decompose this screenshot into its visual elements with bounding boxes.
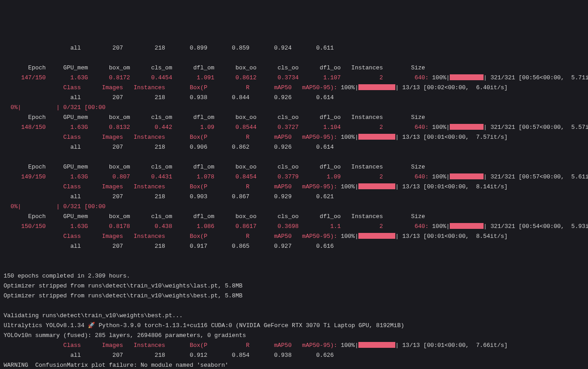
- terminal-output: all 207 218 0.899 0.859 0.924 0.611 Epoc…: [4, 43, 584, 369]
